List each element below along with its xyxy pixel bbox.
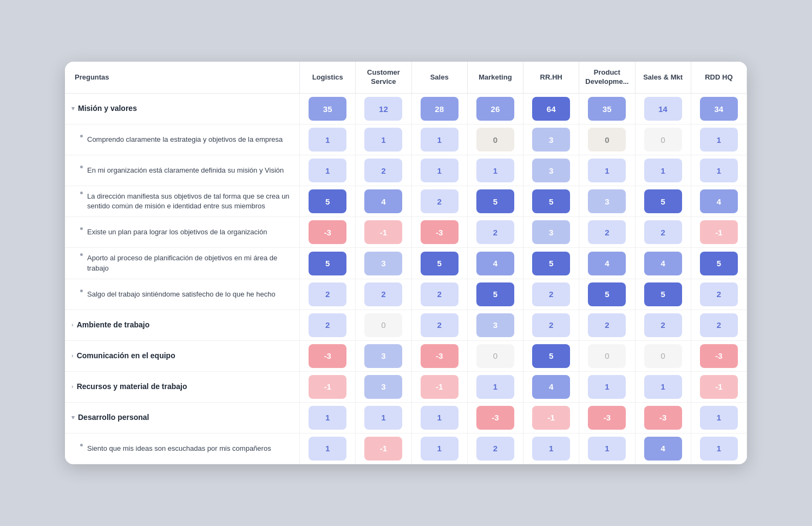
cell-badge: 3	[588, 189, 626, 213]
chevron-right-icon[interactable]: ›	[71, 352, 74, 360]
data-cell: 1	[691, 155, 746, 186]
data-cell: 2	[300, 279, 356, 310]
data-cell: 3	[579, 186, 635, 217]
label-text: La dirección manifiesta sus objetivos de…	[87, 192, 290, 211]
data-cell: 5	[411, 248, 467, 279]
cell-badge: 14	[644, 97, 682, 121]
cell-badge: 5	[700, 252, 738, 275]
cell-badge: -1	[309, 375, 346, 399]
data-cell: -1	[300, 371, 356, 402]
data-cell: 2	[467, 217, 523, 248]
cell-badge: 1	[309, 159, 346, 182]
data-cell: 1	[411, 124, 467, 155]
cell-badge: 0	[476, 128, 514, 152]
chevron-right-icon[interactable]: ›	[71, 321, 74, 329]
cell-badge: 2	[476, 220, 514, 244]
col-header-4: RR.HH	[523, 62, 579, 93]
cell-badge: 5	[644, 282, 682, 306]
cell-badge: 4	[476, 252, 514, 275]
section-row: ›Comunicación en el equipo-33-30500-3	[65, 340, 747, 371]
cell-badge: 2	[700, 282, 738, 306]
chevron-down-icon[interactable]: ▾	[71, 104, 75, 113]
data-cell: 35	[579, 94, 635, 124]
label-text: Comunicación en el equipo	[77, 351, 290, 361]
label-text: Salgo del trabajo sintiéndome satisfecho…	[87, 290, 290, 299]
cell-badge: 3	[476, 313, 514, 337]
row-label: ›Ambiente de trabajo	[65, 310, 300, 340]
cell-badge: 4	[644, 252, 682, 275]
cell-badge: 2	[421, 313, 459, 337]
cell-badge: -3	[421, 220, 459, 244]
data-cell: 3	[356, 371, 411, 402]
data-cell: 2	[579, 310, 635, 340]
cell-badge: 2	[309, 313, 346, 337]
data-cell: 2	[356, 155, 411, 186]
cell-badge: 1	[364, 406, 402, 430]
data-cell: 0	[579, 340, 635, 371]
data-cell: -3	[635, 402, 691, 433]
chevron-right-icon[interactable]: ›	[71, 383, 74, 391]
label-text: Aporto al proceso de planificación de ob…	[87, 253, 290, 273]
row-dot	[80, 444, 83, 446]
data-cell: 1	[411, 402, 467, 433]
cell-badge: 5	[532, 189, 570, 213]
data-cell: 4	[635, 248, 691, 279]
label-text: Misión y valores	[78, 103, 290, 114]
col-header-7: RDD HQ	[691, 62, 746, 93]
data-cell: 2	[411, 310, 467, 340]
data-cell: -3	[411, 340, 467, 371]
row-label: Comprendo claramente la estrategia y obj…	[65, 124, 300, 155]
data-cell: 0	[467, 340, 523, 371]
data-cell: -3	[411, 217, 467, 248]
cell-badge: 1	[700, 406, 738, 430]
cell-badge: 4	[644, 437, 682, 461]
data-cell: 3	[523, 155, 579, 186]
cell-badge: -1	[700, 220, 738, 244]
data-cell: 1	[579, 155, 635, 186]
data-cell: -3	[691, 340, 746, 371]
cell-badge: 1	[309, 437, 346, 461]
cell-badge: 1	[421, 437, 459, 461]
cell-badge: 3	[364, 344, 402, 368]
label-text: Existe un plan para lograr los objetivos…	[87, 227, 290, 237]
cell-badge: 35	[309, 97, 346, 121]
row-label: En mi organización está claramente defin…	[65, 155, 300, 186]
cell-badge: -1	[364, 437, 402, 461]
data-cell: -1	[411, 371, 467, 402]
cell-badge: 12	[364, 97, 402, 121]
cell-badge: 2	[588, 313, 626, 337]
row-label: Siento que mis ideas son escuchadas por …	[65, 433, 300, 464]
sub-row: En mi organización está claramente defin…	[65, 155, 747, 186]
cell-badge: -3	[644, 406, 682, 430]
cell-badge: -1	[532, 406, 570, 430]
cell-badge: 0	[644, 128, 682, 152]
data-cell: 2	[691, 310, 746, 340]
data-cell: 4	[579, 248, 635, 279]
cell-badge: 5	[309, 252, 346, 275]
cell-badge: 5	[532, 252, 570, 275]
cell-badge: 1	[700, 437, 738, 461]
data-cell: 1	[691, 124, 746, 155]
cell-badge: 5	[421, 252, 459, 275]
row-label: ▾Misión y valores	[65, 94, 300, 124]
sub-row: Existe un plan para lograr los objetivos…	[65, 217, 747, 248]
cell-badge: -3	[309, 220, 346, 244]
table-wrapper: Preguntas LogisticsCustomer ServiceSales…	[65, 62, 747, 464]
cell-badge: 2	[532, 313, 570, 337]
cell-badge: 3	[532, 220, 570, 244]
label-text: Desarrollo personal	[78, 412, 290, 423]
data-cell: 1	[467, 371, 523, 402]
chevron-down-icon[interactable]: ▾	[71, 413, 75, 422]
section-row: ›Recursos y material de trabajo-13-11411…	[65, 371, 747, 402]
row-label: Existe un plan para lograr los objetivos…	[65, 217, 300, 248]
cell-badge: 5	[588, 282, 626, 306]
data-cell: 1	[300, 124, 356, 155]
data-cell: 1	[356, 402, 411, 433]
data-cell: 4	[467, 248, 523, 279]
label-text: En mi organización está claramente defin…	[87, 166, 290, 175]
cell-badge: 1	[700, 159, 738, 182]
data-cell: 1	[411, 155, 467, 186]
cell-badge: 1	[421, 128, 459, 152]
data-cell: 34	[691, 94, 746, 124]
cell-badge: 2	[532, 282, 570, 306]
